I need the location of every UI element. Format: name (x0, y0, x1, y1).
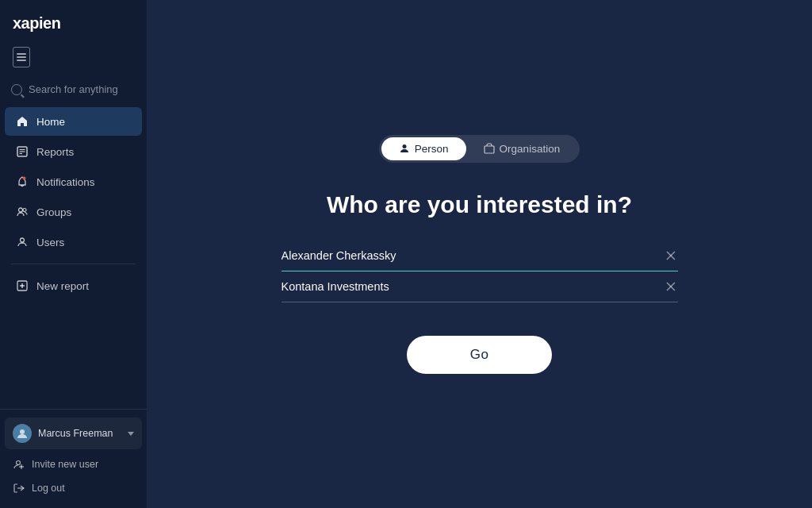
tab-organisation[interactable]: Organisation (466, 137, 578, 160)
tab-person-label: Person (415, 143, 449, 155)
main-inner: Person Organisation Who are you interest… (282, 135, 678, 374)
sidebar: xapien Search for anything Home (0, 0, 147, 508)
sidebar-item-home-label: Home (36, 116, 65, 128)
sidebar-item-reports[interactable]: Reports (5, 137, 142, 166)
svg-point-10 (21, 238, 25, 242)
svg-point-8 (19, 208, 23, 212)
sidebar-toggle-area (0, 42, 147, 77)
search-icon (11, 84, 22, 95)
input-wrapper-1 (282, 241, 678, 271)
svg-rect-20 (485, 146, 494, 153)
go-button[interactable]: Go (407, 336, 552, 374)
svg-point-19 (402, 144, 406, 148)
users-icon (16, 236, 29, 248)
reports-icon (16, 145, 29, 158)
sidebar-bottom: Marcus Freeman Invite new user (0, 409, 147, 508)
svg-point-9 (23, 209, 26, 212)
svg-rect-2 (17, 60, 26, 61)
sidebar-item-groups[interactable]: Groups (5, 198, 142, 226)
main-content: Person Organisation Who are you interest… (147, 0, 812, 508)
app-logo: xapien (13, 14, 60, 33)
chevron-down-icon (128, 432, 134, 436)
organisation-tab-icon (484, 143, 495, 154)
groups-icon (16, 206, 29, 218)
input-group (282, 241, 678, 302)
new-report-label: New report (36, 280, 89, 292)
clear-field-2-button[interactable] (664, 279, 678, 294)
sidebar-item-notifications-label: Notifications (36, 176, 95, 188)
logo-area: xapien (0, 0, 147, 42)
logout-button[interactable]: Log out (5, 476, 142, 500)
clear-field-1-button[interactable] (664, 248, 678, 263)
svg-point-14 (20, 429, 25, 434)
svg-rect-0 (17, 53, 26, 55)
organisation-name-input[interactable] (282, 280, 664, 293)
user-section[interactable]: Marcus Freeman (5, 418, 142, 449)
nav-divider (11, 264, 136, 264)
search-bar[interactable]: Search for anything (0, 77, 147, 102)
sidebar-item-reports-label: Reports (36, 146, 74, 158)
main-heading: Who are you interested in? (327, 191, 632, 218)
sidebar-item-users[interactable]: Users (5, 228, 142, 256)
person-tab-icon (399, 143, 410, 154)
svg-point-15 (17, 461, 21, 465)
home-icon (16, 115, 29, 128)
new-report-button[interactable]: New report (5, 271, 142, 300)
logout-label: Log out (32, 483, 65, 494)
invite-new-user-button[interactable]: Invite new user (5, 452, 142, 476)
sidebar-toggle-button[interactable] (13, 47, 30, 67)
sidebar-item-users-label: Users (36, 237, 64, 248)
notifications-icon (16, 175, 29, 188)
invite-label: Invite new user (32, 459, 98, 470)
tab-organisation-label: Organisation (500, 143, 561, 155)
logout-icon (13, 482, 25, 495)
svg-point-7 (23, 177, 26, 180)
svg-rect-1 (17, 56, 26, 58)
type-toggle: Person Organisation (379, 135, 580, 163)
subject-name-input[interactable] (282, 249, 664, 262)
search-placeholder: Search for anything (29, 83, 118, 95)
new-report-icon (16, 279, 29, 292)
sidebar-item-home[interactable]: Home (5, 107, 142, 136)
input-wrapper-2 (282, 271, 678, 302)
user-name: Marcus Freeman (38, 428, 121, 439)
invite-icon (13, 458, 25, 471)
avatar (13, 424, 32, 443)
sidebar-nav: Home Reports Notification (0, 106, 147, 409)
sidebar-item-groups-label: Groups (36, 206, 71, 218)
tab-person[interactable]: Person (381, 137, 466, 160)
sidebar-item-notifications[interactable]: Notifications (5, 167, 142, 196)
